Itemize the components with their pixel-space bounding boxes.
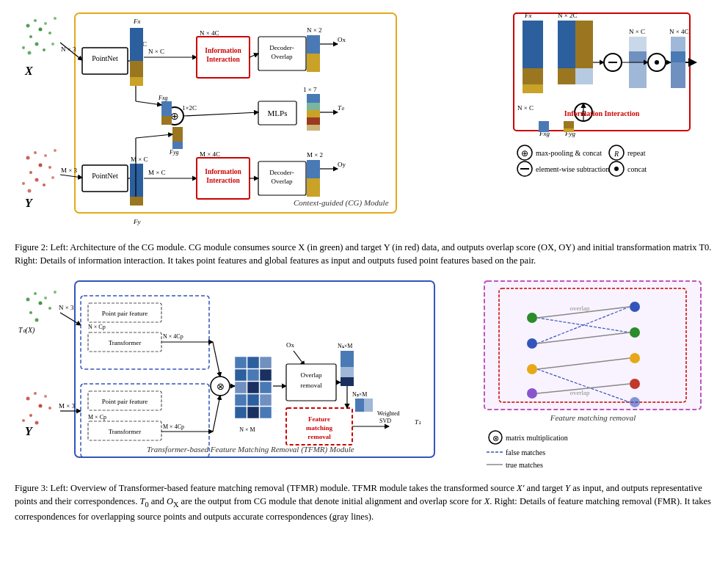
svg-point-17	[44, 154, 47, 157]
svg-point-146	[614, 167, 619, 171]
point-cloud-x	[22, 17, 57, 55]
svg-rect-123	[671, 37, 685, 51]
svg-point-161	[39, 404, 43, 408]
svg-rect-35	[130, 61, 143, 77]
svg-line-98	[136, 134, 172, 138]
svg-rect-106	[575, 21, 593, 68]
svg-point-163	[44, 395, 47, 398]
svg-text:⊕: ⊕	[521, 148, 528, 159]
svg-line-191	[213, 396, 220, 432]
svg-text:N × 3: N × 3	[59, 304, 74, 311]
svg-rect-201	[235, 394, 247, 406]
svg-rect-114	[629, 37, 647, 51]
svg-rect-48	[307, 35, 320, 54]
svg-point-7	[35, 43, 39, 46]
svg-rect-34	[130, 28, 143, 61]
svg-point-238	[630, 302, 640, 312]
svg-text:matching: matching	[306, 424, 333, 432]
svg-text:T₁: T₁	[415, 418, 421, 426]
svg-text:PointNet: PointNet	[92, 54, 118, 62]
svg-text:repeat: repeat	[627, 149, 646, 157]
svg-text:Weighted: Weighted	[377, 410, 399, 417]
svg-rect-197	[260, 369, 272, 381]
svg-point-166	[22, 419, 25, 422]
svg-text:⊗: ⊗	[216, 381, 225, 392]
svg-point-12	[54, 17, 57, 20]
svg-point-242	[630, 397, 640, 407]
fig3-left-diagram: Transformer-based Feature Matching Remov…	[15, 277, 470, 476]
svg-rect-75	[130, 164, 143, 197]
svg-point-1	[26, 24, 30, 28]
svg-rect-198	[235, 382, 247, 393]
svg-text:N × Cp: N × Cp	[88, 324, 106, 330]
svg-line-96	[136, 101, 161, 105]
svg-rect-59	[307, 117, 320, 125]
svg-text:Information: Information	[205, 47, 241, 54]
svg-point-156	[35, 319, 39, 322]
svg-rect-193	[247, 357, 259, 368]
fig3-svg: Transformer-based Feature Matching Remov…	[15, 277, 470, 472]
svg-point-2	[34, 19, 37, 22]
svg-point-10	[43, 48, 46, 51]
svg-rect-102	[523, 84, 543, 93]
svg-point-241	[630, 379, 640, 389]
svg-point-3	[39, 28, 43, 32]
svg-point-18	[48, 166, 51, 169]
svg-point-20	[22, 182, 25, 185]
svg-point-11	[28, 51, 32, 55]
svg-point-162	[29, 414, 32, 417]
svg-text:Overlap: Overlap	[272, 53, 293, 60]
svg-text:Decoder-: Decoder-	[269, 169, 294, 176]
svg-text:Transformer: Transformer	[109, 428, 142, 435]
svg-line-73	[183, 112, 258, 116]
svg-rect-115	[629, 51, 647, 62]
svg-rect-68	[161, 116, 172, 125]
svg-text:Point pair feature: Point pair feature	[102, 398, 148, 405]
svg-text:M × 3: M × 3	[59, 402, 76, 410]
svg-text:⊗: ⊗	[492, 434, 499, 443]
svg-point-6	[48, 32, 51, 34]
svg-rect-71	[172, 142, 183, 149]
svg-point-5	[44, 22, 47, 25]
svg-text:M × 2: M × 2	[307, 151, 323, 159]
svg-text:Feature: Feature	[308, 415, 330, 423]
svg-rect-225	[355, 399, 364, 412]
svg-point-152	[39, 302, 43, 305]
svg-text:M × Cp: M × Cp	[88, 414, 106, 421]
svg-text:Decoder-: Decoder-	[269, 44, 294, 51]
svg-text:N × C: N × C	[517, 104, 534, 112]
svg-rect-76	[130, 197, 143, 205]
svg-text:overlap: overlap	[570, 305, 590, 312]
svg-rect-60	[307, 125, 320, 131]
svg-rect-70	[172, 127, 183, 142]
svg-rect-196	[247, 369, 259, 381]
svg-rect-199	[247, 382, 259, 393]
svg-rect-232	[484, 281, 701, 410]
svg-text:1 × 7: 1 × 7	[303, 86, 317, 93]
svg-point-16	[29, 171, 32, 174]
fig2-right-detail: Fx N × C N × 2C N × C ·	[470, 7, 727, 235]
figure2-area: Context-guided (CG) Module X	[15, 7, 713, 235]
svg-text:Overlap: Overlap	[272, 178, 293, 185]
point-cloud-y3	[22, 392, 51, 425]
svg-text:N × C: N × C	[629, 28, 645, 35]
svg-rect-205	[247, 407, 259, 418]
svg-text:M × C: M × C	[131, 156, 148, 163]
svg-line-190	[213, 342, 220, 377]
svg-rect-200	[260, 382, 272, 393]
svg-line-27	[60, 175, 82, 178]
svg-text:N × 4C: N × 4C	[200, 29, 219, 37]
svg-text:N₂×M: N₂×M	[352, 391, 367, 398]
svg-text:max-pooling & concat: max-pooling & concat	[536, 149, 602, 157]
svg-text:matrix multiplication: matrix multiplication	[506, 434, 568, 442]
svg-rect-204	[235, 407, 247, 418]
svg-text:1×2C: 1×2C	[182, 104, 197, 112]
svg-text:Fx: Fx	[524, 12, 532, 19]
svg-rect-192	[235, 357, 247, 368]
svg-point-164	[48, 407, 51, 410]
svg-text:Fx: Fx	[133, 18, 141, 25]
svg-text:N × 2: N × 2	[307, 26, 322, 34]
svg-line-211	[294, 351, 305, 365]
svg-rect-195	[235, 369, 247, 381]
svg-text:element-wise subtraction: element-wise subtraction	[536, 165, 609, 173]
